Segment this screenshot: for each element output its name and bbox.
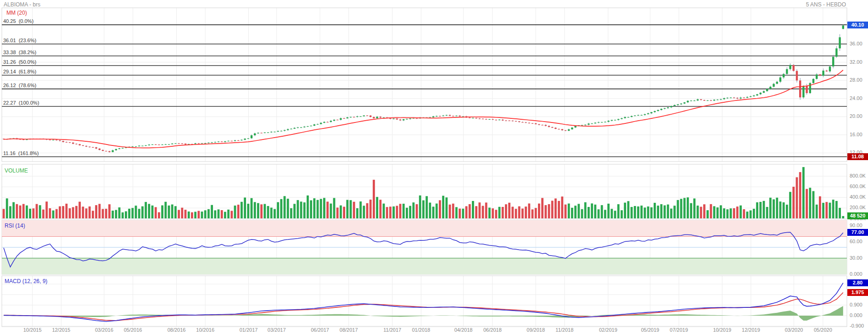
price-axis-tick: 28.00 <box>850 77 862 83</box>
date-label: 03/2020 <box>779 327 809 333</box>
price-axis-tick: 24.00 <box>850 95 862 101</box>
low-price-badge: 11.08 <box>847 153 868 160</box>
price-axis-tick: 20.00 <box>850 113 862 119</box>
date-label: 12/2015 <box>46 327 76 333</box>
date-label: 03/2017 <box>262 327 291 333</box>
date-label: 11/2018 <box>550 327 579 333</box>
ma-indicator-label: MM (20) <box>6 10 27 16</box>
volume-axis-tick: 800.0K <box>850 173 866 178</box>
date-label: 08/2016 <box>162 327 191 333</box>
date-label: 03/2016 <box>90 327 119 333</box>
date-label: 12/2019 <box>736 327 766 333</box>
chart-window: ALBIOMA - brs 5 ANS - HEBDO MM (20) VOLU… <box>0 0 868 334</box>
volume-axis-tick: 600.0K <box>850 184 866 189</box>
volume-bars <box>3 167 845 218</box>
chart-canvas[interactable] <box>0 0 868 334</box>
date-label: 05/2016 <box>118 327 148 333</box>
rsi-bands <box>2 220 847 274</box>
rsi-axis-tick: 0.000 <box>850 271 862 277</box>
date-label: 05/2019 <box>635 327 665 333</box>
date-label: 02/2019 <box>594 327 623 333</box>
rsi-axis-tick: 90.00 <box>850 223 862 228</box>
fib-level-label: 11.16 (161.8%) <box>3 150 39 156</box>
date-label: 10/2016 <box>190 327 220 333</box>
date-label: 09/2018 <box>521 327 550 333</box>
rsi-axis-tick: 30.00 <box>850 255 862 261</box>
date-label: 10/2015 <box>18 327 47 333</box>
fib-level-label: 26.12 (78.6%) <box>3 83 36 88</box>
macd-axis-tick: -0.900 <box>850 323 864 328</box>
price-axis-tick: 16.00 <box>850 132 862 137</box>
macd-axis-tick: 0.900 <box>850 302 862 307</box>
date-label: 01/2018 <box>406 327 436 333</box>
macd-badge: 2.80 <box>847 279 868 286</box>
volume-badge: 48 520 <box>847 212 868 219</box>
fib-level-label: 40.25 (0.0%) <box>3 18 34 24</box>
date-label: 05/2020 <box>808 327 838 333</box>
date-label: 06/2018 <box>478 327 507 333</box>
price-candles <box>3 24 844 152</box>
fib-level-label: 29.14 (61.8%) <box>3 69 36 74</box>
rsi-badge: 77.00 <box>847 229 868 236</box>
price-axis-tick: 36.00 <box>850 41 862 46</box>
date-label: 10/2019 <box>707 327 737 333</box>
fib-level-label: 31.26 (50.0%) <box>3 59 36 65</box>
price-axis-tick: 32.00 <box>850 59 862 65</box>
macd-indicator-label: MACD (12, 26, 9) <box>5 278 47 284</box>
volume-axis-tick: 400.0K <box>850 194 866 200</box>
fib-level-label: 36.01 (23.6%) <box>3 38 36 43</box>
macd-axis-tick: 0.000 <box>850 312 862 318</box>
volume-indicator-label: VOLUME <box>5 167 28 174</box>
fib-level-label: 33.38 (38.2%) <box>3 50 36 55</box>
grid <box>2 8 847 327</box>
fib-level-label: 22.27 (100.0%) <box>3 100 39 106</box>
volume-axis-tick: 200.0K <box>850 205 866 210</box>
fib-lines <box>2 25 847 157</box>
date-label: 01/2017 <box>234 327 263 333</box>
date-label: 07/2019 <box>664 327 694 333</box>
last-price-badge: 40.10 <box>847 22 868 28</box>
date-label: 04/2018 <box>449 327 478 333</box>
macd-signal-badge: 1.975 <box>847 289 868 296</box>
date-label: 06/2017 <box>305 327 335 333</box>
rsi-indicator-label: RSI (14) <box>5 223 25 229</box>
date-label: 11/2017 <box>378 327 407 333</box>
date-label: 08/2017 <box>334 327 364 333</box>
rsi-axis-tick: 60.00 <box>850 239 862 244</box>
ma-line <box>4 70 843 148</box>
